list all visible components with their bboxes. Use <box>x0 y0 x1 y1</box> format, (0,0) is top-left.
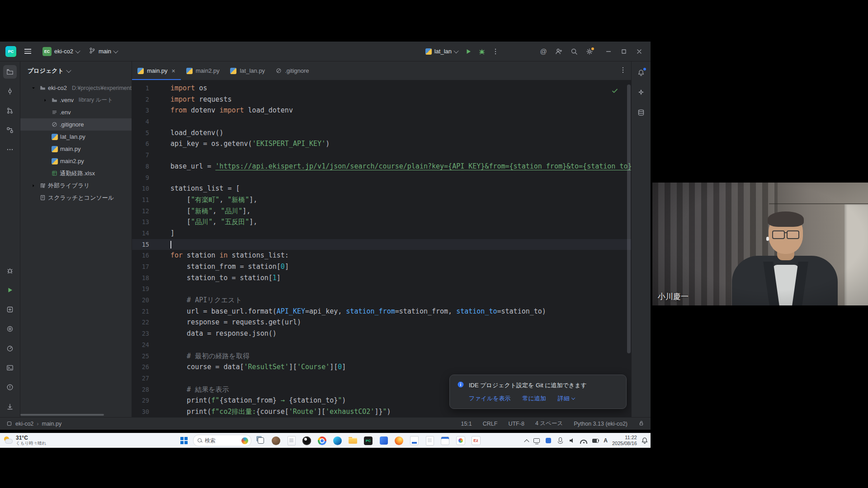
taskbar-app-file-explorer[interactable] <box>347 435 359 447</box>
code-line-2[interactable]: 2import requests <box>132 94 631 105</box>
code-line-1[interactable]: 1import os <box>132 83 631 94</box>
chevron-right-icon[interactable] <box>41 97 49 104</box>
ime-indicator[interactable]: A <box>604 437 608 444</box>
caret-position[interactable]: 15:1 <box>461 421 472 427</box>
code-line-20[interactable]: 20 # APIリクエスト <box>132 295 631 306</box>
weather-widget[interactable]: 31°C くもり時々晴れ <box>4 434 46 447</box>
tree-item-通勤経路.xlsx[interactable]: 通勤経路.xlsx <box>20 167 132 179</box>
code-line-21[interactable]: 21 url = base_url.format(API_KEY=api_key… <box>132 306 631 317</box>
code-line-9[interactable]: 9 <box>132 172 631 183</box>
settings-button[interactable] <box>583 45 596 58</box>
code-line-10[interactable]: 10stations_list = [ <box>132 183 631 194</box>
code-line-7[interactable]: 7 <box>132 150 631 161</box>
more-run-actions-button[interactable] <box>489 45 502 58</box>
tool-ai-assistant-button[interactable] <box>634 86 648 99</box>
chevron-right-icon[interactable] <box>29 182 38 189</box>
taskbar-app-task-view[interactable] <box>255 435 267 447</box>
code-with-me-button[interactable]: @ <box>537 45 550 58</box>
taskbar-app-firefox[interactable] <box>393 435 405 447</box>
tool-pull-requests-button[interactable] <box>3 104 17 117</box>
tree-item-外部ライブラリ[interactable]: 外部ライブラリ <box>20 179 132 192</box>
code-line-26[interactable]: 26 course = data['ResultSet']['Course'][… <box>132 361 631 373</box>
line-separator[interactable]: CRLF <box>483 421 498 427</box>
tool-commit-button[interactable] <box>3 84 17 98</box>
branch-widget[interactable]: main <box>85 45 121 58</box>
tray-network-icon[interactable] <box>580 437 587 444</box>
code-line-4[interactable]: 4 <box>132 116 631 127</box>
code-line-18[interactable]: 18 station_to = station[1] <box>132 272 631 284</box>
taskbar-app-photos-app[interactable] <box>454 435 467 447</box>
tool-run-button[interactable] <box>3 283 17 297</box>
taskbar-app-docs-app[interactable] <box>424 435 436 447</box>
code-line-22[interactable]: 22 response = requests.get(url) <box>132 317 631 328</box>
start-button[interactable] <box>178 435 190 446</box>
editor[interactable]: 1import os2import requests3from dotenv i… <box>132 80 631 417</box>
maximize-button[interactable] <box>616 43 632 60</box>
editor-tab-main2.py[interactable]: main2.py <box>181 61 225 80</box>
file-encoding[interactable]: UTF-8 <box>508 421 524 427</box>
code-line-24[interactable]: 24 <box>132 339 631 351</box>
code-line-25[interactable]: 25 # 最初の経路を取得 <box>132 351 631 362</box>
tray-volume-icon[interactable] <box>568 437 576 444</box>
taskbar-app-blue-app[interactable] <box>377 435 390 447</box>
tool-profiler-button[interactable] <box>3 342 17 355</box>
search-everywhere-button[interactable] <box>567 45 581 58</box>
code-line-14[interactable]: 14] <box>132 228 631 239</box>
tree-item-lat_lan.py[interactable]: lat_lan.py <box>20 131 132 143</box>
tool-project-button[interactable] <box>3 65 17 79</box>
tray-battery-icon[interactable] <box>592 437 599 444</box>
tree-item-.venv[interactable]: .venvlibrary ルート <box>20 94 132 106</box>
debug-button[interactable] <box>475 45 489 58</box>
code-line-12[interactable]: 12 ["新橋", "品川"], <box>132 206 631 217</box>
scrollbar-thumb[interactable] <box>627 84 631 353</box>
breadcrumb-main.py[interactable]: main.py <box>42 421 61 427</box>
tool-more-button[interactable] <box>3 143 17 156</box>
main-menu-button[interactable] <box>21 45 34 58</box>
taskbar-app-pycharm[interactable] <box>362 435 374 447</box>
close-tab-icon[interactable]: × <box>172 67 175 75</box>
taskbar-app-chrome[interactable] <box>316 435 328 447</box>
notification-action-show-files[interactable]: ファイルを表示 <box>469 394 511 403</box>
lock-icon[interactable] <box>638 420 644 427</box>
code-line-13[interactable]: 13 ["品川", "五反田"], <box>132 216 631 228</box>
code-line-23[interactable]: 23 data = response.json() <box>132 328 631 339</box>
close-button[interactable] <box>632 43 647 60</box>
tool-services-button[interactable] <box>3 322 17 336</box>
editor-tab-.gitignore[interactable]: .gitignore <box>270 61 314 80</box>
code-line-11[interactable]: 11 ["有楽町", "新橋"], <box>132 194 631 206</box>
python-interpreter[interactable]: Python 3.13 (eki-co2) <box>574 421 627 427</box>
tree-item-.gitignore[interactable]: .gitignore <box>20 118 132 131</box>
code-line-19[interactable]: 19 <box>132 283 631 295</box>
tree-item-main.py[interactable]: main.py <box>20 143 132 155</box>
code-line-16[interactable]: 16for station in stations_list: <box>132 250 631 261</box>
breadcrumb-eki-co2[interactable]: eki-co2 <box>15 421 33 427</box>
taskbar-search[interactable]: 検索 <box>193 435 251 446</box>
code-line-3[interactable]: 3from dotenv import load_dotenv <box>132 105 631 116</box>
tool-problems-button[interactable] <box>3 380 17 394</box>
run-button[interactable] <box>462 45 475 58</box>
taskbar-app-ez-app[interactable] <box>470 435 482 447</box>
project-panel-header[interactable]: プロジェクト <box>20 61 132 80</box>
editor-tab-lat_lan.py[interactable]: lat_lan.py <box>225 61 270 80</box>
notification-action-always-add[interactable]: 常に追加 <box>523 394 546 403</box>
clock[interactable]: 11:22 2025/08/16 <box>612 435 637 446</box>
project-widget[interactable]: EC eki-co2 <box>39 45 83 58</box>
tree-item-eki-co2[interactable]: eki-co2D:¥projects¥experiment <box>20 82 132 94</box>
chevron-down-icon[interactable] <box>29 84 38 92</box>
tool-debug-button[interactable] <box>3 264 17 277</box>
tree-item-main2.py[interactable]: main2.py <box>20 155 132 167</box>
tab-options-button[interactable] <box>619 66 627 75</box>
tool-python-packages-button[interactable] <box>3 303 17 316</box>
indent-style[interactable]: 4 スペース <box>535 420 563 427</box>
code-line-17[interactable]: 17 station_from = station[0] <box>132 261 631 272</box>
minimize-button[interactable] <box>601 43 616 60</box>
code-line-6[interactable]: 6api_key = os.getenv('EKISPERT_API_KEY') <box>132 138 631 150</box>
tray-mic-icon[interactable] <box>557 437 564 444</box>
tool-structure-button[interactable] <box>3 123 17 137</box>
taskbar-app-calendar-app[interactable] <box>439 435 451 447</box>
taskbar-app-mail-app[interactable] <box>408 435 420 447</box>
tree-item-スクラッチとコンソール[interactable]: スクラッチとコンソール <box>20 192 132 204</box>
editor-scrollbar[interactable] <box>627 80 631 417</box>
taskbar-app-notes-app[interactable] <box>285 435 297 447</box>
hidden-icons-button[interactable] <box>524 439 529 444</box>
